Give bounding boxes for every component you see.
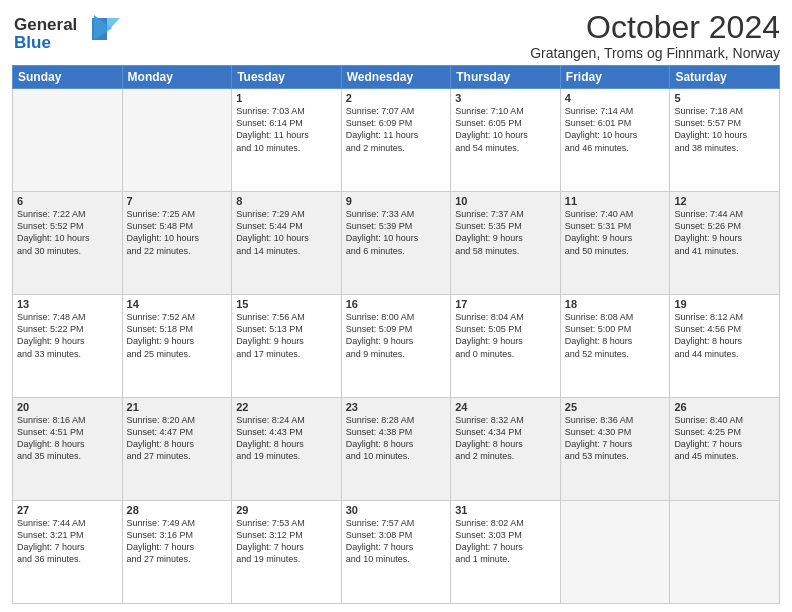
day-info: Sunrise: 8:20 AM Sunset: 4:47 PM Dayligh… [127,414,228,463]
day-number: 22 [236,401,337,413]
table-row: 28Sunrise: 7:49 AM Sunset: 3:16 PM Dayli… [122,501,232,604]
svg-text:Blue: Blue [14,33,51,52]
day-info: Sunrise: 7:57 AM Sunset: 3:08 PM Dayligh… [346,517,447,566]
day-info: Sunrise: 7:18 AM Sunset: 5:57 PM Dayligh… [674,105,775,154]
day-info: Sunrise: 8:32 AM Sunset: 4:34 PM Dayligh… [455,414,556,463]
day-number: 16 [346,298,447,310]
table-row: 8Sunrise: 7:29 AM Sunset: 5:44 PM Daylig… [232,192,342,295]
table-row: 31Sunrise: 8:02 AM Sunset: 3:03 PM Dayli… [451,501,561,604]
table-row: 20Sunrise: 8:16 AM Sunset: 4:51 PM Dayli… [13,398,123,501]
day-info: Sunrise: 7:33 AM Sunset: 5:39 PM Dayligh… [346,208,447,257]
day-info: Sunrise: 7:07 AM Sunset: 6:09 PM Dayligh… [346,105,447,154]
calendar-title: October 2024 [530,10,780,45]
day-number: 29 [236,504,337,516]
table-row [122,89,232,192]
day-number: 28 [127,504,228,516]
day-number: 12 [674,195,775,207]
day-number: 24 [455,401,556,413]
day-number: 3 [455,92,556,104]
day-number: 23 [346,401,447,413]
day-number: 8 [236,195,337,207]
table-row: 4Sunrise: 7:14 AM Sunset: 6:01 PM Daylig… [560,89,670,192]
table-row: 5Sunrise: 7:18 AM Sunset: 5:57 PM Daylig… [670,89,780,192]
calendar-week-row: 20Sunrise: 8:16 AM Sunset: 4:51 PM Dayli… [13,398,780,501]
day-info: Sunrise: 7:22 AM Sunset: 5:52 PM Dayligh… [17,208,118,257]
svg-marker-4 [107,18,120,32]
day-info: Sunrise: 8:16 AM Sunset: 4:51 PM Dayligh… [17,414,118,463]
col-sunday: Sunday [13,66,123,89]
table-row [560,501,670,604]
title-block: October 2024 Gratangen, Troms og Finnmar… [530,10,780,61]
day-info: Sunrise: 7:10 AM Sunset: 6:05 PM Dayligh… [455,105,556,154]
day-number: 6 [17,195,118,207]
day-number: 14 [127,298,228,310]
calendar-week-row: 27Sunrise: 7:44 AM Sunset: 3:21 PM Dayli… [13,501,780,604]
calendar-week-row: 1Sunrise: 7:03 AM Sunset: 6:14 PM Daylig… [13,89,780,192]
day-number: 31 [455,504,556,516]
day-info: Sunrise: 8:40 AM Sunset: 4:25 PM Dayligh… [674,414,775,463]
day-number: 1 [236,92,337,104]
table-row: 27Sunrise: 7:44 AM Sunset: 3:21 PM Dayli… [13,501,123,604]
table-row: 24Sunrise: 8:32 AM Sunset: 4:34 PM Dayli… [451,398,561,501]
calendar-week-row: 6Sunrise: 7:22 AM Sunset: 5:52 PM Daylig… [13,192,780,295]
col-tuesday: Tuesday [232,66,342,89]
day-info: Sunrise: 7:37 AM Sunset: 5:35 PM Dayligh… [455,208,556,257]
table-row [670,501,780,604]
table-row: 21Sunrise: 8:20 AM Sunset: 4:47 PM Dayli… [122,398,232,501]
table-row: 30Sunrise: 7:57 AM Sunset: 3:08 PM Dayli… [341,501,451,604]
day-number: 5 [674,92,775,104]
day-number: 9 [346,195,447,207]
day-info: Sunrise: 7:25 AM Sunset: 5:48 PM Dayligh… [127,208,228,257]
table-row: 12Sunrise: 7:44 AM Sunset: 5:26 PM Dayli… [670,192,780,295]
table-row: 11Sunrise: 7:40 AM Sunset: 5:31 PM Dayli… [560,192,670,295]
table-row: 9Sunrise: 7:33 AM Sunset: 5:39 PM Daylig… [341,192,451,295]
day-info: Sunrise: 8:28 AM Sunset: 4:38 PM Dayligh… [346,414,447,463]
day-number: 2 [346,92,447,104]
day-info: Sunrise: 8:24 AM Sunset: 4:43 PM Dayligh… [236,414,337,463]
day-number: 25 [565,401,666,413]
day-info: Sunrise: 8:02 AM Sunset: 3:03 PM Dayligh… [455,517,556,566]
logo: General Blue [12,10,122,58]
calendar-subtitle: Gratangen, Troms og Finnmark, Norway [530,45,780,61]
day-number: 4 [565,92,666,104]
table-row: 17Sunrise: 8:04 AM Sunset: 5:05 PM Dayli… [451,295,561,398]
table-row: 1Sunrise: 7:03 AM Sunset: 6:14 PM Daylig… [232,89,342,192]
col-saturday: Saturday [670,66,780,89]
table-row [13,89,123,192]
day-number: 15 [236,298,337,310]
day-info: Sunrise: 8:04 AM Sunset: 5:05 PM Dayligh… [455,311,556,360]
day-number: 11 [565,195,666,207]
day-number: 13 [17,298,118,310]
svg-text:General: General [14,15,77,34]
day-info: Sunrise: 7:52 AM Sunset: 5:18 PM Dayligh… [127,311,228,360]
day-info: Sunrise: 8:12 AM Sunset: 4:56 PM Dayligh… [674,311,775,360]
logo-text: General Blue [12,10,122,58]
day-info: Sunrise: 8:08 AM Sunset: 5:00 PM Dayligh… [565,311,666,360]
calendar-header-row: Sunday Monday Tuesday Wednesday Thursday… [13,66,780,89]
table-row: 18Sunrise: 8:08 AM Sunset: 5:00 PM Dayli… [560,295,670,398]
day-number: 20 [17,401,118,413]
day-info: Sunrise: 7:44 AM Sunset: 3:21 PM Dayligh… [17,517,118,566]
day-info: Sunrise: 7:48 AM Sunset: 5:22 PM Dayligh… [17,311,118,360]
table-row: 10Sunrise: 7:37 AM Sunset: 5:35 PM Dayli… [451,192,561,295]
day-number: 30 [346,504,447,516]
col-wednesday: Wednesday [341,66,451,89]
table-row: 25Sunrise: 8:36 AM Sunset: 4:30 PM Dayli… [560,398,670,501]
day-number: 26 [674,401,775,413]
day-number: 19 [674,298,775,310]
table-row: 19Sunrise: 8:12 AM Sunset: 4:56 PM Dayli… [670,295,780,398]
calendar-week-row: 13Sunrise: 7:48 AM Sunset: 5:22 PM Dayli… [13,295,780,398]
day-info: Sunrise: 8:00 AM Sunset: 5:09 PM Dayligh… [346,311,447,360]
page: General Blue October 2024 Gratangen, Tro… [0,0,792,612]
col-thursday: Thursday [451,66,561,89]
table-row: 14Sunrise: 7:52 AM Sunset: 5:18 PM Dayli… [122,295,232,398]
table-row: 7Sunrise: 7:25 AM Sunset: 5:48 PM Daylig… [122,192,232,295]
table-row: 15Sunrise: 7:56 AM Sunset: 5:13 PM Dayli… [232,295,342,398]
calendar-table: Sunday Monday Tuesday Wednesday Thursday… [12,65,780,604]
table-row: 3Sunrise: 7:10 AM Sunset: 6:05 PM Daylig… [451,89,561,192]
col-monday: Monday [122,66,232,89]
day-info: Sunrise: 7:14 AM Sunset: 6:01 PM Dayligh… [565,105,666,154]
day-number: 21 [127,401,228,413]
table-row: 26Sunrise: 8:40 AM Sunset: 4:25 PM Dayli… [670,398,780,501]
day-number: 7 [127,195,228,207]
